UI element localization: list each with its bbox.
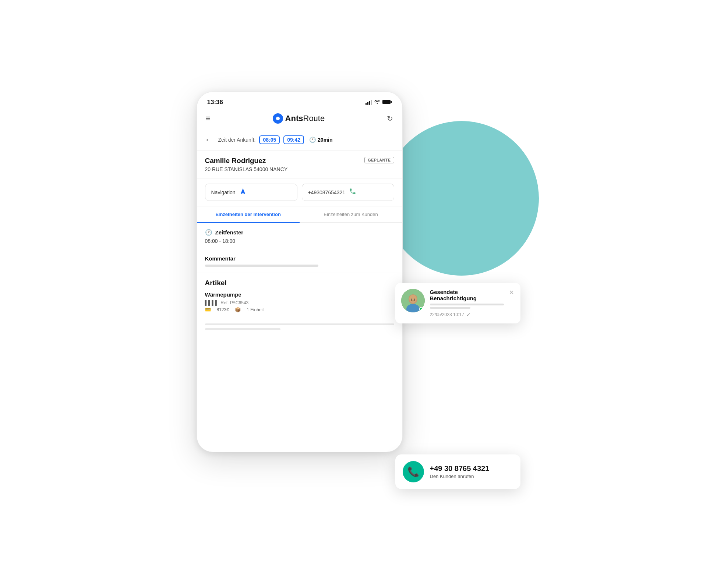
notification-text-bar-1 — [430, 304, 504, 305]
call-button[interactable]: 📞 — [403, 461, 424, 482]
svg-point-6 — [411, 299, 412, 300]
app-header: ≡ AntsRoute ↻ — [197, 109, 402, 129]
notification-popup: Gesendete Benachrichtigung 22/05/2023 10… — [395, 283, 520, 323]
battery-icon — [382, 99, 392, 106]
online-status-dot — [419, 307, 424, 311]
wifi-icon — [374, 100, 380, 105]
kommentar-bar — [205, 265, 318, 267]
svg-rect-0 — [382, 100, 391, 104]
action-buttons: Navigation +493087654321 — [197, 178, 402, 206]
user-avatar — [401, 289, 425, 312]
phone-frame: 13:36 — [197, 92, 403, 452]
barcode-icon: ▌▌▌▌ — [205, 300, 219, 305]
teal-decoration — [384, 121, 539, 276]
svg-point-7 — [414, 299, 415, 300]
zeitfenster-title: Zeitfenster — [215, 229, 244, 235]
time-badge-2: 09:42 — [283, 135, 304, 144]
customer-section: Camille Rodriguez 20 RUE STANISLAS 54000… — [197, 151, 402, 178]
hamburger-icon[interactable]: ≡ — [206, 114, 211, 123]
refresh-icon[interactable]: ↻ — [387, 114, 393, 123]
call-popup: 📞 +49 30 8765 4321 Den Kunden anrufen — [395, 454, 520, 489]
phone-icon — [349, 188, 356, 197]
price-icon: 💳 — [205, 307, 211, 312]
navigation-icon — [239, 188, 247, 197]
box-icon: 📦 — [235, 307, 241, 312]
status-bar: 13:36 — [197, 92, 402, 109]
customer-name: Camille Rodriguez — [205, 157, 288, 165]
call-label: Den Kunden anrufen — [430, 474, 490, 479]
phone-button[interactable]: +493087654321 — [302, 184, 394, 201]
notification-text-bar-2 — [430, 307, 471, 309]
notification-body: Gesendete Benachrichtigung 22/05/2023 10… — [430, 289, 504, 318]
svg-point-5 — [409, 295, 417, 303]
status-icons — [365, 99, 392, 106]
duration-display: 🕐 20min — [309, 137, 332, 143]
artikel-main-title: Artikel — [205, 279, 394, 287]
arrival-label: Zeit der Ankunft: — [218, 137, 256, 143]
call-circle-phone-icon: 📞 — [407, 466, 419, 478]
status-time: 13:36 — [207, 99, 223, 106]
bottom-bars — [197, 318, 402, 336]
customer-info: Camille Rodriguez 20 RUE STANISLAS 54000… — [205, 157, 288, 172]
svg-rect-1 — [391, 101, 392, 103]
app-name: AntsRoute — [285, 114, 325, 123]
tab-intervention[interactable]: Einzelheiten der Intervention — [197, 206, 300, 222]
call-number: +49 30 8765 4321 — [430, 464, 490, 473]
clock-icon: 🕐 — [309, 137, 316, 143]
notification-title: Gesendete Benachrichtigung — [430, 289, 504, 301]
time-bar: ← Zeit der Ankunft: 08:05 09:42 🕐 20min — [197, 129, 402, 151]
artikel-section: Artikel Wärmepumpe ▌▌▌▌ Ref. PAC6543 💳 8… — [197, 273, 402, 318]
navigation-button[interactable]: Navigation — [205, 184, 297, 201]
status-badge: GEPLANTE — [364, 157, 394, 163]
app-scene: 13:36 — [197, 92, 528, 496]
app-logo: AntsRoute — [273, 113, 325, 124]
zeitfenster-value: 08:00 - 18:00 — [205, 238, 394, 244]
bottom-bar-1 — [205, 323, 394, 325]
time-badge-1: 08:05 — [259, 135, 280, 144]
check-icon: ✓ — [466, 312, 471, 318]
navigation-label: Navigation — [211, 189, 236, 195]
back-button[interactable]: ← — [205, 135, 213, 145]
antsroute-logo-icon — [273, 113, 283, 124]
kommentar-title: Kommentar — [205, 255, 394, 262]
call-info: +49 30 8765 4321 Den Kunden anrufen — [430, 464, 490, 479]
artikel-details-row: 💳 8123€ 📦 1 Einheit — [205, 307, 394, 312]
bottom-bar-2 — [205, 328, 281, 330]
notification-date: 22/05/2023 10:17 ✓ — [430, 312, 504, 318]
zeitfenster-section: 🕐 Zeitfenster 08:00 - 18:00 — [197, 223, 402, 250]
artikel-meta: ▌▌▌▌ Ref. PAC6543 💳 8123€ 📦 1 Einheit — [205, 300, 394, 312]
signal-icon — [365, 100, 372, 105]
artikel-name: Wärmepumpe — [205, 291, 394, 298]
customer-address: 20 RUE STANISLAS 54000 NANCY — [205, 166, 288, 172]
phone-label: +493087654321 — [308, 189, 346, 195]
artikel-ref: ▌▌▌▌ Ref. PAC6543 — [205, 300, 394, 305]
zeitfenster-icon: 🕐 — [205, 229, 212, 236]
tab-customer[interactable]: Einzelheiten zum Kunden — [300, 206, 402, 222]
notification-close-button[interactable]: ✕ — [509, 289, 514, 296]
kommentar-section: Kommentar — [197, 250, 402, 273]
tabs: Einzelheiten der Intervention Einzelheit… — [197, 206, 402, 223]
